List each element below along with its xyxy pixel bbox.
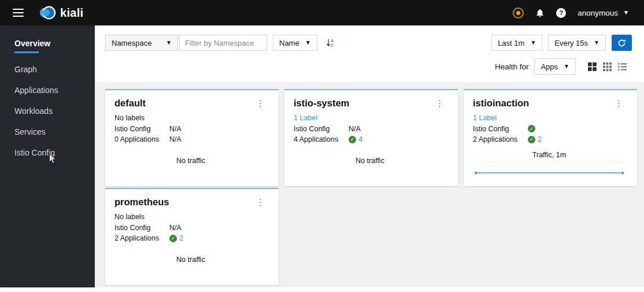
caret-down-icon: ▼ [166,40,172,46]
traffic-sparkline [473,159,626,179]
svg-text:Z: Z [331,43,333,47]
sidebar-item-overview[interactable]: Overview [0,33,95,59]
healthy-check-icon: ✓ [169,235,177,242]
refresh-button[interactable] [612,35,632,51]
active-underline [14,51,39,53]
sort-direction-button[interactable]: A Z [325,37,336,49]
hamburger-icon [13,9,24,10]
card-row-applications: 0 Applications N/A [114,135,267,143]
view-list-button[interactable] [617,62,627,71]
card-title: istio-system [294,98,349,109]
card-row-istio-config: Istio Config ✓ [473,125,626,133]
health-status[interactable]: ✓ 4 [349,135,362,143]
brand: kiali [39,4,83,21]
view-expand-button[interactable] [602,62,612,72]
traffic-chart-title: Traffic, 1m [473,151,626,159]
refresh-interval-select[interactable]: Every 15s ▼ [548,35,606,51]
kebab-menu-icon[interactable]: ⋮ [254,197,267,208]
caret-down-icon: ▼ [564,64,569,69]
compact-grid-icon [588,62,597,71]
health-status[interactable]: ✓ 2 [169,234,183,242]
chevron-down-icon: ▼ [623,10,629,16]
sidebar-item-istio-config[interactable]: Istio Config [0,142,95,163]
list-icon [618,63,627,71]
duration-select[interactable]: Last 1m ▼ [491,35,542,51]
health-for-label: Health for [495,62,529,71]
sync-refresh-icon [617,39,626,47]
card-row-istio-config: Istio Config N/A [114,125,267,133]
sidebar-item-services[interactable]: Services [0,121,95,142]
card-title: istioinaction [473,98,529,109]
card-labels-link[interactable]: 1 Label [294,114,446,122]
card-labels: No labels [114,213,267,221]
card-title: default [114,98,146,109]
healthy-check-icon: ✓ [349,136,356,143]
brand-name: kiali [60,6,83,20]
namespace-card-istioinaction: istioinaction ⋮ 1 Label Istio Config ✓ 2… [464,89,637,186]
filter-type-select[interactable]: Namespace ▼ [105,35,178,51]
sort-by-select[interactable]: Name ▼ [273,35,317,51]
card-labels: No labels [114,114,267,122]
help-icon[interactable]: ? [556,8,566,18]
overview-toolbar: Namespace ▼ Name ▼ A Z Last 1m ▼ [95,25,644,82]
sidebar-item-applications[interactable]: Applications [0,80,95,101]
view-compact-button[interactable] [587,62,597,72]
card-labels-link[interactable]: 1 Label [473,114,626,122]
card-row-applications: 4 Applications ✓ 4 [294,135,446,143]
sidebar: Overview Graph Applications Workloads Se… [0,25,95,287]
health-type-select[interactable]: Apps ▼ [534,58,576,75]
namespace-card-default: default ⋮ No labels Istio Config N/A 0 A… [105,89,279,186]
card-title: prometheus [114,197,169,208]
namespace-cards-grid: default ⋮ No labels Istio Config N/A 0 A… [95,82,644,285]
caret-down-icon: ▼ [594,40,599,46]
sidebar-item-workloads[interactable]: Workloads [0,101,95,121]
kebab-menu-icon[interactable]: ⋮ [254,98,267,109]
kiali-logo-icon [39,4,56,21]
svg-text:A: A [331,39,334,43]
main-content: Namespace ▼ Name ▼ A Z Last 1m ▼ [95,25,644,287]
user-menu-label: anonymous [578,9,618,17]
healthy-check-icon: ✓ [528,136,535,143]
health-status[interactable]: ✓ [528,125,535,132]
namespace-filter-input[interactable] [179,35,267,51]
card-row-istio-config: Istio Config N/A [294,125,446,133]
sidebar-item-graph[interactable]: Graph [0,59,95,80]
namespace-card-istio-system: istio-system ⋮ 1 Label Istio Config N/A … [284,89,458,186]
card-row-applications: 2 Applications ✓ 2 [114,234,267,242]
caret-down-icon: ▼ [305,40,311,46]
istio-status-icon[interactable] [513,8,524,19]
health-status[interactable]: ✓ 2 [528,135,542,143]
user-menu[interactable]: anonymous ▼ [578,9,629,17]
no-traffic-text: No traffic [114,256,267,264]
namespace-card-prometheus: prometheus ⋮ No labels Istio Config N/A … [105,188,279,285]
grid-icon [603,62,612,71]
kebab-menu-icon[interactable]: ⋮ [433,98,446,109]
caret-down-icon: ▼ [530,40,536,46]
card-row-istio-config: Istio Config N/A [114,224,267,232]
sort-alpha-icon: A Z [326,38,335,47]
card-row-applications: 2 Applications ✓ 2 [473,135,626,143]
masthead: kiali ? anonymous ▼ [0,0,644,25]
no-traffic-text: No traffic [294,157,446,165]
kebab-menu-icon[interactable]: ⋮ [612,98,626,109]
no-traffic-text: No traffic [114,157,267,165]
notifications-bell-icon[interactable] [535,8,545,18]
healthy-check-icon: ✓ [528,125,535,132]
menu-toggle-button[interactable] [12,6,25,20]
